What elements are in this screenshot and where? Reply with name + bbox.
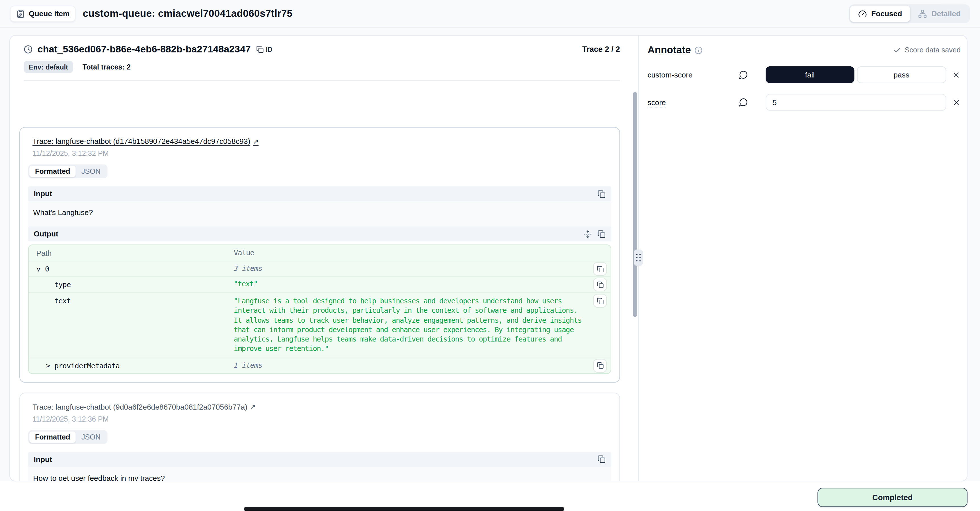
path-column-header: Path xyxy=(29,249,234,258)
copy-button[interactable] xyxy=(593,262,607,276)
tab-formatted[interactable]: Formatted xyxy=(29,431,76,443)
copy-input-button[interactable] xyxy=(598,190,606,198)
input-section-header: Input xyxy=(28,452,611,467)
vertical-scrollbar[interactable] xyxy=(633,92,637,317)
output-json-table: Path Value ∨0 3 items type "tex xyxy=(28,244,611,374)
trace-list: Trace: langfuse-chatbot (d174b1589072e43… xyxy=(10,116,638,481)
trace-card-1: Trace: langfuse-chatbot (d174b1589072e43… xyxy=(19,127,620,382)
trace-card-2: Trace: langfuse-chatbot (9d0a6f2e6de8670… xyxy=(19,393,620,481)
output-label: Output xyxy=(34,229,58,239)
table-row: type "text" xyxy=(29,276,611,292)
score-value-input[interactable] xyxy=(765,94,946,110)
id-label: ID xyxy=(266,46,272,53)
trace-panel: chat_536ed067-b86e-4eb6-882b-ba27148a234… xyxy=(10,36,638,481)
external-link-icon: ↗ xyxy=(250,403,256,411)
copy-button[interactable] xyxy=(593,294,607,307)
option-fail-button[interactable]: fail xyxy=(765,66,854,83)
score-option-group: fail pass xyxy=(765,66,946,83)
detailed-view-button[interactable]: Detailed xyxy=(910,5,969,22)
row-value: "text" xyxy=(234,280,611,290)
input-content: What's Langfuse? xyxy=(28,201,611,226)
copy-icon xyxy=(598,190,606,198)
page-title: custom-queue: cmiacwel70041ad060s7tlr75 xyxy=(83,8,293,19)
save-status: Score data saved xyxy=(893,46,961,54)
score-row-custom-score: custom-score fail pass xyxy=(648,66,961,83)
table-header-row: Path Value xyxy=(29,245,611,261)
input-section-header: Input xyxy=(28,186,611,201)
trace-timestamp: 11/12/2025, 3:12:32 PM xyxy=(32,150,611,157)
focused-view-button[interactable]: Focused xyxy=(850,5,910,22)
header-divider xyxy=(24,80,620,81)
panel-resize-divider xyxy=(638,36,639,481)
horizontal-scrollbar[interactable] xyxy=(244,507,564,511)
annotate-panel: Annotate Score data saved custom-score f… xyxy=(639,36,967,481)
annotate-title: Annotate xyxy=(648,45,691,56)
copy-button[interactable] xyxy=(593,359,607,373)
expand-output-button[interactable] xyxy=(584,230,592,238)
trace-link[interactable]: Trace: langfuse-chatbot (d174b1589072e43… xyxy=(32,137,259,146)
delete-score-button[interactable] xyxy=(952,98,961,107)
input-label: Input xyxy=(34,189,52,198)
table-row[interactable]: ∨0 3 items xyxy=(29,261,611,276)
close-icon xyxy=(952,70,961,79)
item-title: chat_536ed067-b86e-4eb6-882b-ba27148a234… xyxy=(38,44,251,55)
close-icon xyxy=(952,98,961,107)
top-bar: Queue item custom-queue: cmiacwel70041ad… xyxy=(0,0,980,28)
table-row: text "Langfuse is a tool designed to hel… xyxy=(29,292,611,358)
external-link-icon: ↗ xyxy=(253,137,259,146)
check-icon xyxy=(893,46,902,54)
copy-id-button[interactable]: ID xyxy=(256,46,272,53)
row-value: 3 items xyxy=(234,264,611,274)
row-value: 1 items xyxy=(234,361,611,371)
clock-icon xyxy=(24,45,32,54)
copy-icon xyxy=(597,266,603,272)
value-column-header: Value xyxy=(234,248,611,258)
completed-button[interactable]: Completed xyxy=(818,488,967,507)
total-traces-label: Total traces: 2 xyxy=(83,63,131,71)
copy-output-button[interactable] xyxy=(598,230,606,238)
detailed-view-label: Detailed xyxy=(932,9,961,18)
output-section-header: Output xyxy=(28,226,611,242)
format-tabs: Formatted JSON xyxy=(28,430,108,444)
copy-icon xyxy=(597,298,603,304)
environment-badge: Env: default xyxy=(24,60,73,73)
unfold-vertical-icon xyxy=(584,230,592,238)
queue-item-badge-label: Queue item xyxy=(29,9,70,18)
tab-formatted[interactable]: Formatted xyxy=(29,166,76,177)
chevron-right-icon[interactable]: > xyxy=(46,362,54,369)
tab-json[interactable]: JSON xyxy=(76,431,106,443)
option-pass-button[interactable]: pass xyxy=(857,66,947,83)
main-content-card: chat_536ed067-b86e-4eb6-882b-ba27148a234… xyxy=(10,35,967,481)
tab-json[interactable]: JSON xyxy=(76,166,106,177)
chevron-down-icon[interactable]: ∨ xyxy=(36,266,45,272)
view-mode-toggle: Focused Detailed xyxy=(849,4,970,23)
comment-icon[interactable] xyxy=(739,97,749,107)
input-label: Input xyxy=(34,455,52,464)
score-row-score: score xyxy=(648,94,961,110)
score-label: score xyxy=(648,98,738,107)
delete-score-button[interactable] xyxy=(952,70,961,79)
score-label: custom-score xyxy=(648,70,738,79)
copy-icon xyxy=(256,46,264,53)
drag-handle[interactable] xyxy=(634,250,643,266)
table-row[interactable]: >providerMetadata 1 items xyxy=(29,358,611,373)
app-window: Queue item custom-queue: cmiacwel70041ad… xyxy=(0,0,980,511)
copy-input-button[interactable] xyxy=(598,455,606,464)
copy-button[interactable] xyxy=(593,278,607,291)
focused-view-label: Focused xyxy=(871,9,902,18)
clipboard-pen-icon xyxy=(16,9,25,18)
trace-timestamp: 11/12/2025, 3:12:36 PM xyxy=(32,415,611,422)
tree-view-icon xyxy=(918,9,927,18)
queue-item-badge: Queue item xyxy=(10,5,76,22)
comment-icon[interactable] xyxy=(739,70,749,80)
format-tabs: Formatted JSON xyxy=(28,164,108,178)
copy-icon xyxy=(597,362,603,369)
copy-icon xyxy=(598,455,606,464)
save-status-label: Score data saved xyxy=(905,46,961,54)
item-header: chat_536ed067-b86e-4eb6-882b-ba27148a234… xyxy=(10,36,638,81)
info-icon[interactable] xyxy=(695,46,703,54)
input-content: How to get user feedback in my traces? xyxy=(28,467,611,481)
trace-link[interactable]: Trace: langfuse-chatbot (9d0a6f2e6de8670… xyxy=(32,403,256,411)
copy-icon xyxy=(597,281,603,288)
trace-counter: Trace 2 / 2 xyxy=(582,45,620,54)
